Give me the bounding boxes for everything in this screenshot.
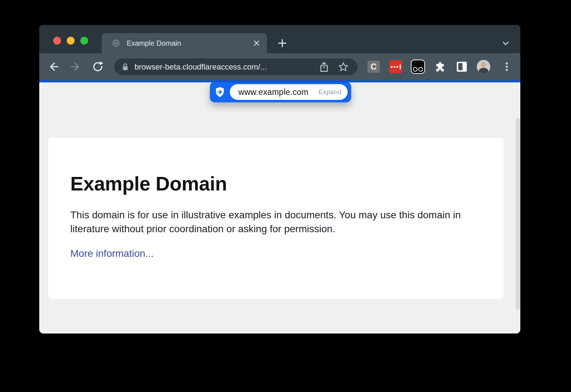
tab-strip: Example Domain	[39, 25, 520, 53]
page-viewport: www.example.com Expand Example Domain Th…	[39, 82, 520, 334]
close-window-button[interactable]	[53, 37, 61, 45]
extensions-puzzle-icon[interactable]	[434, 60, 446, 73]
side-panel-icon[interactable]	[457, 62, 467, 72]
browser-window: Example Domain	[39, 25, 520, 334]
scrollbar-thumb[interactable]	[516, 118, 520, 310]
profile-avatar[interactable]	[477, 60, 490, 73]
lock-icon[interactable]	[121, 63, 129, 71]
bookmark-star-icon[interactable]	[338, 61, 349, 73]
tab-close-icon[interactable]	[253, 39, 261, 47]
reload-button[interactable]	[91, 60, 104, 73]
expand-button[interactable]: Expand	[319, 88, 342, 96]
address-bar[interactable]: browser-beta.cloudflareaccess.com/...	[114, 58, 358, 75]
share-icon[interactable]	[319, 61, 329, 73]
back-button[interactable]	[47, 60, 60, 73]
url-text: browser-beta.cloudflareaccess.com/...	[135, 62, 319, 72]
browser-menu-icon[interactable]	[500, 60, 513, 73]
extension-goggles-icon[interactable]	[411, 60, 425, 74]
browser-toolbar: browser-beta.cloudflareaccess.com/... C	[39, 53, 520, 80]
forward-button[interactable]	[69, 60, 82, 73]
isolation-domain-text: www.example.com	[238, 87, 319, 97]
shield-icon	[214, 86, 225, 98]
chevron-down-icon[interactable]	[499, 37, 512, 50]
more-information-link[interactable]: More information...	[70, 248, 153, 259]
globe-favicon-icon	[112, 39, 120, 47]
content-card: Example Domain This domain is for use in…	[48, 138, 504, 299]
zoom-window-button[interactable]	[80, 37, 88, 45]
page-title: Example Domain	[70, 172, 479, 195]
minimize-window-button[interactable]	[67, 37, 75, 45]
isolation-domain-field[interactable]: www.example.com Expand	[230, 84, 348, 100]
window-controls	[53, 37, 88, 45]
extension-c-icon[interactable]: C	[368, 61, 380, 73]
new-tab-button[interactable]	[276, 37, 289, 50]
tab-example-domain[interactable]: Example Domain	[102, 33, 267, 53]
isolation-domain-pill[interactable]: www.example.com Expand	[210, 82, 351, 102]
tab-title: Example Domain	[127, 39, 253, 47]
page-paragraph: This domain is for use in illustrative e…	[70, 208, 479, 236]
extension-password-manager-icon[interactable]	[389, 60, 402, 73]
